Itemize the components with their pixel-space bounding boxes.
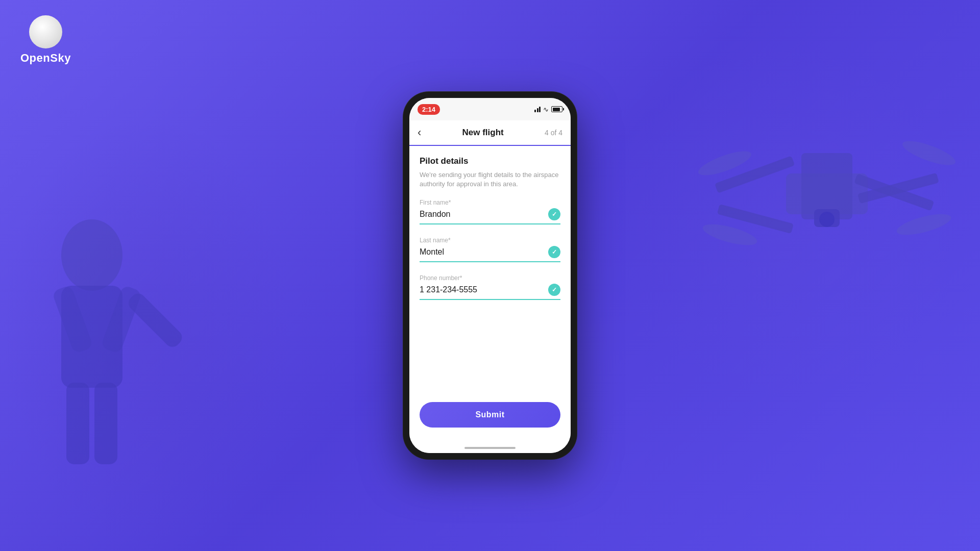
- background-person: [0, 194, 255, 551]
- svg-point-0: [61, 219, 122, 291]
- logo-text: OpenSky: [20, 52, 71, 65]
- phone-check-icon: [548, 284, 560, 296]
- last-name-input[interactable]: [420, 247, 548, 257]
- last-name-check-icon: [548, 246, 560, 258]
- svg-point-14: [900, 136, 958, 170]
- nav-bar: ‹ New flight 4 of 4: [409, 120, 571, 146]
- status-icons: ∿: [534, 106, 562, 113]
- first-name-check-icon: [548, 208, 560, 220]
- background-drone: [674, 51, 980, 357]
- logo: OpenSky: [20, 15, 71, 65]
- svg-point-15: [701, 220, 759, 249]
- submit-button[interactable]: Submit: [420, 402, 560, 428]
- first-name-input[interactable]: [420, 210, 548, 219]
- step-indicator: 4 of 4: [545, 129, 562, 137]
- logo-icon: [29, 15, 62, 48]
- svg-rect-5: [94, 383, 117, 464]
- svg-point-16: [895, 210, 953, 239]
- section-title: Pilot details: [420, 156, 560, 166]
- phone-mockup: 2:14 ∿ ‹ New flight 4 of 4: [403, 92, 577, 459]
- status-bar: 2:14 ∿: [409, 98, 571, 120]
- phone-frame: 2:14 ∿ ‹ New flight 4 of 4: [403, 92, 577, 459]
- first-name-label: First name*: [420, 199, 560, 206]
- first-name-field: First name*: [420, 199, 560, 224]
- section-description: We're sending your flight details to the…: [420, 170, 560, 189]
- last-name-input-row: [420, 246, 560, 262]
- home-indicator: [409, 438, 571, 453]
- back-button[interactable]: ‹: [418, 126, 421, 139]
- svg-rect-6: [126, 290, 185, 350]
- phone-input[interactable]: [420, 285, 548, 294]
- svg-rect-4: [66, 383, 89, 464]
- phone-screen: 2:14 ∿ ‹ New flight 4 of 4: [409, 98, 571, 453]
- signal-icon: [534, 107, 541, 112]
- phone-label: Phone number*: [420, 274, 560, 282]
- status-time: 2:14: [418, 104, 440, 115]
- phone-input-row: [420, 284, 560, 300]
- last-name-field: Last name*: [420, 237, 560, 262]
- home-bar: [464, 447, 516, 449]
- form-content: Pilot details We're sending your flight …: [409, 146, 571, 394]
- battery-icon: [551, 106, 562, 112]
- first-name-input-row: [420, 208, 560, 224]
- page-title: New flight: [462, 128, 504, 138]
- last-name-label: Last name*: [420, 237, 560, 244]
- phone-field: Phone number*: [420, 274, 560, 300]
- svg-point-18: [819, 212, 835, 227]
- bottom-area: Submit: [409, 394, 571, 438]
- wifi-icon: ∿: [543, 106, 549, 113]
